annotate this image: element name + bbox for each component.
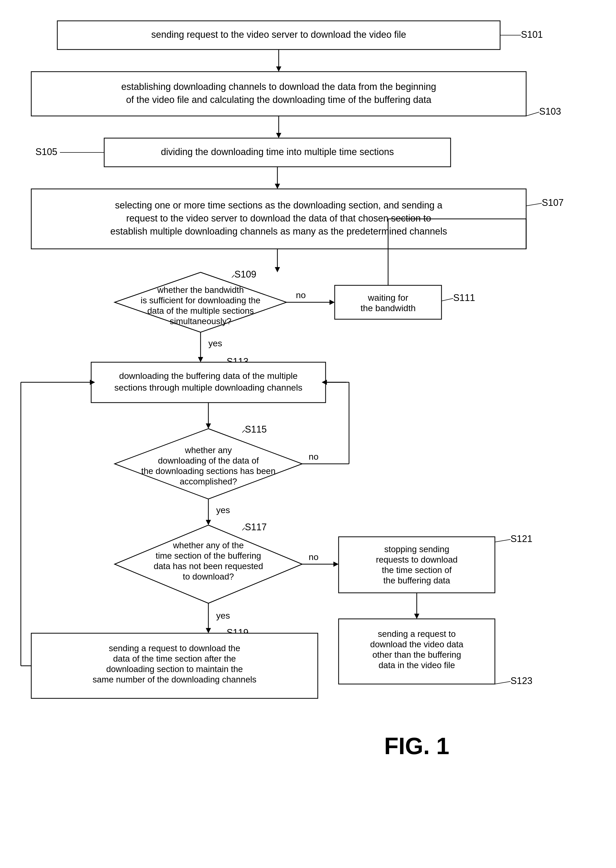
s109-text-3: data of the multiple sections bbox=[147, 306, 254, 316]
yes-label-s115: yes bbox=[216, 505, 230, 515]
s109-text-1: whether the bandwidth bbox=[157, 285, 244, 295]
svg-line-41 bbox=[242, 528, 245, 530]
s123-label: S123 bbox=[511, 675, 533, 686]
s119-text-2: data of the time section after the bbox=[113, 654, 236, 664]
s107-text-3: establish multiple downloading channels … bbox=[110, 226, 447, 237]
s103-text-1: establishing downloading channels to dow… bbox=[121, 81, 436, 92]
s109-text-2: is sufficient for downloading the bbox=[141, 296, 261, 305]
s123-text-3: other than the buffering bbox=[372, 650, 461, 659]
no-label-s115: no bbox=[309, 451, 319, 461]
s117-label: S117 bbox=[245, 522, 267, 532]
svg-line-5 bbox=[526, 112, 539, 116]
s101-text: sending request to the video server to d… bbox=[151, 29, 406, 40]
svg-marker-15 bbox=[275, 267, 280, 272]
s103-text-2: of the video file and calculating the do… bbox=[126, 94, 432, 105]
s121-text-4: the buffering data bbox=[383, 576, 450, 585]
s111-text-2: the bandwidth bbox=[360, 303, 416, 313]
s117-text-3: data has not been requested bbox=[154, 561, 263, 571]
s117-text-2: time section of the buffering bbox=[156, 551, 261, 560]
s119-text-1: sending a request to download the bbox=[109, 643, 240, 653]
s121-text-2: requests to download bbox=[376, 555, 457, 565]
svg-line-17 bbox=[232, 275, 234, 278]
s119-text-3: downloading section to maintain the bbox=[106, 664, 243, 674]
s103-label: S103 bbox=[539, 106, 561, 117]
svg-marker-39 bbox=[206, 520, 211, 525]
s115-text-2: downloading of the data of bbox=[158, 456, 259, 465]
s117-text-1: whether any of the bbox=[173, 541, 244, 550]
s111-text-1: waiting for bbox=[368, 292, 409, 302]
svg-marker-31 bbox=[206, 423, 211, 429]
svg-marker-26 bbox=[198, 357, 203, 362]
s105-label: S105 bbox=[35, 146, 57, 157]
svg-line-13 bbox=[526, 203, 542, 206]
s111-label: S111 bbox=[453, 292, 475, 303]
s107-text-2: request to the video server to download … bbox=[126, 213, 431, 223]
s113-text-2: sections through multiple downloading ch… bbox=[114, 382, 302, 392]
svg-line-21 bbox=[442, 298, 453, 301]
s115-text-4: accomplished? bbox=[180, 476, 237, 486]
svg-marker-43 bbox=[333, 561, 339, 567]
svg-line-45 bbox=[495, 539, 511, 542]
s121-label: S121 bbox=[511, 533, 533, 544]
svg-marker-3 bbox=[276, 66, 281, 72]
s123-text-1: sending a request to bbox=[378, 629, 456, 639]
s115-label: S115 bbox=[245, 424, 267, 435]
s105-text: dividing the downloading time into multi… bbox=[161, 146, 394, 157]
svg-marker-7 bbox=[276, 133, 281, 138]
s121-text-1: stopping sending bbox=[384, 544, 449, 554]
yes-label-s117: yes bbox=[216, 610, 230, 620]
svg-marker-11 bbox=[275, 184, 280, 189]
svg-rect-4 bbox=[31, 72, 526, 116]
flowchart-diagram: sending request to the video server to d… bbox=[0, 0, 616, 868]
s117-text-4: to download? bbox=[183, 572, 234, 581]
fig-label: FIG. 1 bbox=[384, 733, 449, 759]
s115-text-1: whether any bbox=[185, 445, 232, 455]
s123-text-4: data in the video file bbox=[379, 660, 455, 670]
s101-label: S101 bbox=[521, 29, 543, 40]
s123-text-2: download the video data bbox=[370, 640, 464, 649]
s107-label: S107 bbox=[542, 197, 564, 208]
s109-label: S109 bbox=[234, 269, 256, 280]
s115-text-3: the downloading sections has been bbox=[141, 466, 276, 476]
s107-text-1: selecting one or more time sections as t… bbox=[115, 200, 443, 211]
s113-text-1: downloading the buffering data of the mu… bbox=[119, 371, 298, 381]
svg-marker-47 bbox=[414, 614, 420, 619]
s119-text-4: same number of the downloading channels bbox=[93, 675, 256, 684]
yes-label-s109: yes bbox=[208, 338, 222, 348]
no-label-s109: no bbox=[296, 290, 306, 300]
s121-text-3: the time section of bbox=[382, 565, 452, 575]
svg-line-49 bbox=[495, 681, 511, 684]
svg-marker-51 bbox=[206, 628, 211, 633]
s109-text-4: simultaneously? bbox=[170, 316, 231, 326]
svg-line-33 bbox=[242, 430, 245, 432]
no-label-s117: no bbox=[309, 552, 319, 562]
svg-marker-19 bbox=[330, 300, 335, 305]
